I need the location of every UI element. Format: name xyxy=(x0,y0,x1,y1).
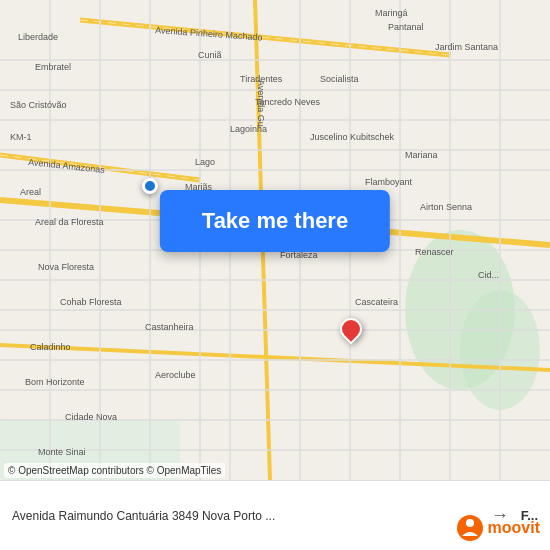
neighborhood-mariana: Mariana xyxy=(405,150,438,160)
neighborhood-pantanal: Pantanal xyxy=(388,22,424,32)
moovit-logo: moovit xyxy=(456,514,540,542)
neighborhood-aeroclube: Aeroclube xyxy=(155,370,196,380)
neighborhood-sao-cristovao: São Cristóvão xyxy=(10,100,67,110)
bottom-bar: Avenida Raimundo Cantuária 3849 Nova Por… xyxy=(0,480,550,550)
neighborhood-areal-floresta: Areal da Floresta xyxy=(35,217,104,227)
origin-marker xyxy=(142,178,158,194)
neighborhood-jardim-santana: Jardim Santana xyxy=(435,42,498,52)
destination-marker xyxy=(340,318,364,350)
neighborhood-monte-sinai: Monte Sinai xyxy=(38,447,86,457)
road-label-amazonas: Avenida Amazonas xyxy=(28,157,106,175)
road-label-pinheiro: Avenida Pinheiro Machado xyxy=(155,25,263,42)
route-from-label: Avenida Raimundo Cantuária 3849 Nova Por… xyxy=(12,509,479,523)
osm-attribution: © OpenStreetMap contributors © OpenMapTi… xyxy=(4,463,225,478)
take-me-there-button[interactable]: Take me there xyxy=(160,190,390,252)
neighborhood-tancredo: Tancredo Neves xyxy=(255,97,321,107)
neighborhood-cidade-nova: Cidade Nova xyxy=(65,412,117,422)
neighborhood-bom-horizonte: Bom Horizonte xyxy=(25,377,85,387)
moovit-text: moovit xyxy=(488,519,540,537)
neighborhood-caladinho: Caladinho xyxy=(30,342,71,352)
neighborhood-nova-floresta: Nova Floresta xyxy=(38,262,94,272)
neighborhood-juscelino: Juscelino Kubitschek xyxy=(310,132,395,142)
neighborhood-cidade: Cid... xyxy=(478,270,499,280)
neighborhood-socialista: Socialista xyxy=(320,74,359,84)
neighborhood-km1: KM-1 xyxy=(10,132,32,142)
moovit-icon xyxy=(456,514,484,542)
neighborhood-airton-senna: Airton Senna xyxy=(420,202,472,212)
neighborhood-liberdade: Liberdade xyxy=(18,32,58,42)
map-container: Avenida Pinheiro Machado Avenida Amazona… xyxy=(0,0,550,480)
neighborhood-areal: Areal xyxy=(20,187,41,197)
neighborhood-tiradentes: Tiradentes xyxy=(240,74,283,84)
neighborhood-renascer: Renascer xyxy=(415,247,454,257)
neighborhood-cascateira: Cascateira xyxy=(355,297,398,307)
neighborhood-embratel: Embratel xyxy=(35,62,71,72)
svg-point-35 xyxy=(466,519,474,527)
neighborhood-cohab: Cohab Floresta xyxy=(60,297,122,307)
neighborhood-castanheira: Castanheira xyxy=(145,322,194,332)
svg-point-34 xyxy=(457,515,483,541)
neighborhood-lagoinha: Lagoinha xyxy=(230,124,267,134)
neighborhood-flamboyant: Flamboyant xyxy=(365,177,413,187)
neighborhood-cunia: Cuniã xyxy=(198,50,222,60)
neighborhood-lago: Lago xyxy=(195,157,215,167)
neighborhood-maringa: Maringá xyxy=(375,8,408,18)
